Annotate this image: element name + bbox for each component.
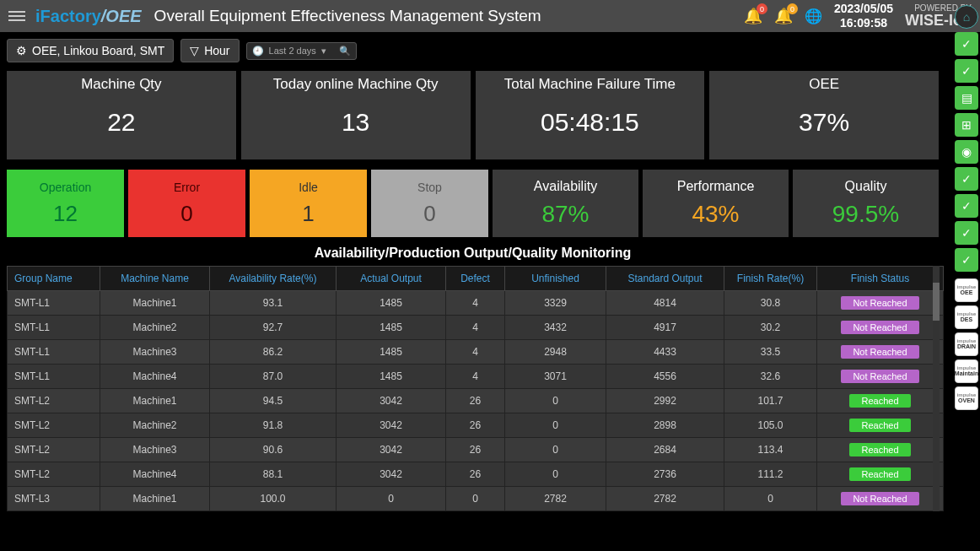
section-title: Availability/Production Output/Quality M… (7, 237, 939, 266)
page-title: Overall Equipment Effectiveness Manageme… (154, 7, 744, 25)
quality-card: Quality99.5% (793, 170, 939, 237)
table-row[interactable]: SMT-L2Machine194.530422602992101.7Reache… (8, 389, 944, 413)
dock-btn-6[interactable]: ✓ (955, 167, 978, 191)
dock-btn-7[interactable]: ✓ (955, 194, 978, 218)
toolbar: ⚙ OEE, Linkou Board, SMT ▽ Hour 🕘 Last 2… (7, 32, 939, 71)
col-unfinished[interactable]: Unfinished (505, 267, 606, 291)
summary-cards: Machine Qty22 Today online Machine Qty13… (7, 71, 939, 159)
app-header: iFactory/OEE Overall Equipment Effective… (0, 0, 980, 32)
error-card: Error0 (128, 170, 245, 237)
table-row[interactable]: SMT-L2Machine291.830422602898105.0Reache… (8, 413, 944, 438)
col-standard[interactable]: Standard Output (606, 267, 724, 291)
status-badge: Reached (849, 467, 910, 481)
right-dock: ⌂ ✓ ✓ ▤ ⊞ ◉ ✓ ✓ ✓ ✓ impulseOEEimpulseDES… (955, 5, 978, 410)
col-defect[interactable]: Defect (446, 267, 505, 291)
status-badge: Reached (849, 419, 910, 432)
col-finish-rate[interactable]: Finish Rate(%) (724, 267, 817, 291)
table-row[interactable]: SMT-L2Machine488.130422602736111.2Reache… (8, 462, 944, 487)
dock-app-oee[interactable]: impulseOEE (955, 278, 978, 302)
status-badge: Not Reached (841, 492, 918, 505)
status-badge: Not Reached (841, 296, 918, 310)
breadcrumb-button[interactable]: ⚙ OEE, Linkou Board, SMT (7, 39, 174, 62)
oee-card: OEE37% (709, 71, 939, 159)
filter-icon: ▽ (190, 44, 199, 57)
dock-btn-2[interactable]: ✓ (955, 59, 978, 83)
col-actual[interactable]: Actual Output (337, 267, 446, 291)
datetime: 2023/05/0516:09:58 (834, 2, 893, 30)
table-row[interactable]: SMT-L1Machine193.1148543329481430.8Not R… (8, 291, 944, 316)
status-badge: Reached (849, 443, 910, 456)
dock-app-oven[interactable]: impulseOVEN (955, 386, 978, 410)
globe-icon[interactable]: 🌐 (805, 8, 822, 25)
chevron-down-icon: ▾ (321, 46, 326, 57)
failure-time-card: Total Machine Failure Time05:48:15 (476, 71, 705, 159)
clock-icon: 🕘 (252, 46, 264, 57)
monitoring-table: Group Name Machine Name Availability Rat… (7, 266, 944, 511)
dock-app-des[interactable]: impulseDES (955, 305, 978, 329)
performance-card: Performance43% (643, 170, 789, 237)
table-row[interactable]: SMT-L2Machine390.630422602684113.4Reache… (8, 438, 944, 462)
dock-btn-8[interactable]: ✓ (955, 221, 978, 245)
logo: iFactory/OEE (35, 7, 142, 26)
notification-bell-icon[interactable]: 🔔0 (744, 7, 762, 25)
scrollbar-vertical[interactable] (933, 266, 940, 511)
availability-card: Availability87% (493, 170, 638, 237)
table-row[interactable]: SMT-L1Machine292.7148543432491730.2Not R… (8, 316, 944, 340)
online-machine-card: Today online Machine Qty13 (241, 71, 471, 159)
table-row[interactable]: SMT-L1Machine386.2148542948443333.5Not R… (8, 340, 944, 365)
status-row: Operation12 Error0 Idle1 Stop0 Availabil… (7, 170, 939, 237)
stop-card: Stop0 (371, 170, 488, 237)
dock-btn-1[interactable]: ✓ (955, 32, 978, 56)
table-row[interactable]: SMT-L1Machine487.0148543071455632.6Not R… (8, 365, 944, 389)
status-badge: Not Reached (841, 345, 918, 359)
timerange-button[interactable]: 🕘 Last 2 days ▾ 🔍 (246, 42, 357, 60)
table-row[interactable]: SMT-L3Machine1100.000278227820Not Reache… (8, 487, 944, 511)
home-icon[interactable]: ⌂ (955, 5, 978, 29)
menu-icon[interactable] (8, 8, 25, 24)
machine-qty-card: Machine Qty22 (7, 71, 236, 159)
idle-card: Idle1 (250, 170, 367, 237)
dock-btn-3[interactable]: ▤ (955, 86, 978, 110)
dock-btn-9[interactable]: ✓ (955, 248, 978, 272)
sitemap-icon: ⚙ (16, 44, 27, 57)
status-badge: Reached (849, 394, 910, 408)
alert-bell-icon[interactable]: 🔔0 (774, 7, 793, 25)
status-badge: Not Reached (841, 321, 918, 334)
search-icon: 🔍 (339, 46, 351, 57)
operation-card: Operation12 (7, 170, 124, 237)
dock-app-drain[interactable]: impulseDRAIN (955, 332, 978, 356)
col-availability[interactable]: Availability Rate(%) (210, 267, 337, 291)
col-group[interactable]: Group Name (8, 267, 100, 291)
dock-btn-5[interactable]: ◉ (955, 140, 978, 164)
dock-app-maintain[interactable]: impulseMaintain (955, 359, 978, 383)
dock-btn-4[interactable]: ⊞ (955, 113, 978, 137)
col-machine[interactable]: Machine Name (100, 267, 210, 291)
col-finish-status[interactable]: Finish Status (817, 267, 944, 291)
filter-button[interactable]: ▽ Hour (180, 39, 239, 62)
status-badge: Not Reached (841, 370, 918, 383)
